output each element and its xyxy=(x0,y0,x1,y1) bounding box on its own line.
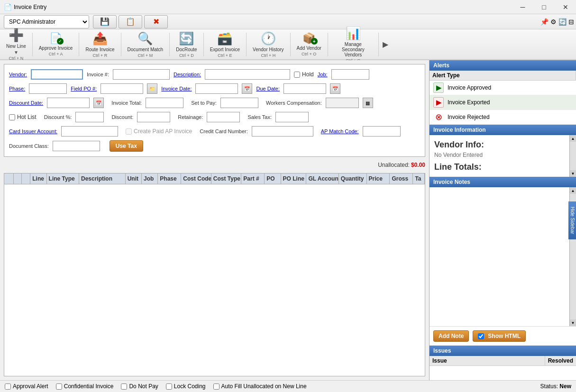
col-checkbox xyxy=(4,173,14,184)
discount-pct-input[interactable]: 0.00 xyxy=(75,112,104,122)
description-label[interactable]: Description: xyxy=(174,72,201,77)
alerts-header: Alerts xyxy=(430,60,576,71)
retainage-label: Retainage: xyxy=(178,114,203,120)
discount-date-label[interactable]: Discount Date: xyxy=(9,100,43,106)
workers-comp-button[interactable]: ▦ xyxy=(363,98,373,108)
discount-date-cal-button[interactable]: 📅 xyxy=(93,98,104,108)
show-html-checkbox[interactable] xyxy=(478,333,484,339)
invoice-number-input[interactable] xyxy=(113,69,170,80)
card-issuer-account-label[interactable]: Card Issuer Account: xyxy=(9,128,57,134)
hotlist-label: Hot List xyxy=(17,114,37,120)
invoice-notes-content: ▲ ▼ xyxy=(430,187,576,326)
confidential-invoice-checkbox[interactable] xyxy=(56,383,62,390)
workers-comp-label: Workers Compensation: xyxy=(266,100,322,106)
create-paid-ap-checkbox[interactable] xyxy=(126,128,132,135)
save-quick-button[interactable]: 💾 xyxy=(93,15,117,28)
no-vendor-text: No Vendor Entered xyxy=(434,152,565,158)
field-po-browse-button[interactable]: 📁 xyxy=(147,83,157,94)
add-note-button[interactable]: Add Note xyxy=(433,330,469,342)
auto-fill-checkbox[interactable] xyxy=(213,383,219,390)
expand-icon[interactable]: ⊟ xyxy=(568,18,574,26)
retainage-input[interactable]: 0.00 xyxy=(207,112,240,122)
add-vendor-button[interactable]: 📦 + Add Vendor Ctrl + O xyxy=(293,30,326,59)
info-scroll-track xyxy=(570,142,576,170)
discount-input[interactable]: 0.00 xyxy=(137,112,170,122)
vendor-label[interactable]: Vendor: xyxy=(9,72,27,77)
hold-checkbox-label: Hold xyxy=(294,71,314,78)
col-tax: Ta xyxy=(413,173,425,184)
approve-invoice-button[interactable]: 📄 ✓ Approve Invoice Ctrl + A xyxy=(35,30,77,59)
new-line-button[interactable]: ➕ New Line ▼ Ctrl + N xyxy=(2,30,30,59)
info-scroll-up[interactable]: ▲ xyxy=(570,135,576,142)
notes-buttons: Add Note Show HTML xyxy=(430,326,576,346)
due-date-cal-button[interactable]: 📅 xyxy=(330,83,340,94)
notes-scroll-down[interactable]: ▼ xyxy=(570,319,576,326)
line-totals-title: Line Totals: xyxy=(434,162,565,172)
col-gl-account: GL Account xyxy=(306,173,338,184)
set-to-pay-input[interactable]: 0.00 xyxy=(220,98,258,108)
docroute-button[interactable]: 🔄 DocRoute Ctrl + D xyxy=(172,30,201,59)
user-dropdown[interactable]: SPC Administrator xyxy=(4,15,89,28)
minimize-button[interactable]: ─ xyxy=(512,0,533,14)
maximize-button[interactable]: □ xyxy=(533,0,555,14)
export-invoice-button[interactable]: 🗃️ Export Invoice Ctrl + E xyxy=(206,30,244,59)
route-invoice-button[interactable]: 📤 Route Invoice Ctrl + R xyxy=(81,30,119,59)
invoice-date-cal-button[interactable]: 📅 xyxy=(242,83,252,94)
due-date-label[interactable]: Due Date: xyxy=(256,86,280,91)
job-input[interactable] xyxy=(331,69,369,80)
vendor-history-button[interactable]: 🕐 Vendor History Ctrl + H xyxy=(248,30,288,59)
invoice-date-label[interactable]: Invoice Date: xyxy=(161,86,192,91)
gear-icon[interactable]: ⚙ xyxy=(550,18,557,26)
use-tax-button[interactable]: Use Tax xyxy=(110,140,143,152)
create-paid-ap-checkbox-label: Create Paid AP Invoice xyxy=(126,128,192,135)
refresh-icon[interactable]: 🔄 xyxy=(558,18,567,26)
workers-comp-input[interactable]: 0.00 xyxy=(326,98,359,108)
ap-match-code-label[interactable]: AP Match Code: xyxy=(321,128,359,134)
due-date-input[interactable] xyxy=(283,83,326,94)
alert-item-exported[interactable]: ▶ Invoice Exported xyxy=(430,95,576,110)
alert-item-rejected[interactable]: ⊗ Invoice Rejected xyxy=(430,110,576,125)
expand-toolbar-button[interactable]: ▶ xyxy=(381,40,390,49)
vendor-input[interactable] xyxy=(31,69,83,80)
form-row-1: Vendor: Invoice #: Description: Hold Job… xyxy=(9,69,420,80)
sales-tax-input[interactable]: 0.00 xyxy=(275,112,309,122)
form-row-5: Card Issuer Account: Create Paid AP Invo… xyxy=(9,126,420,137)
credit-card-number-input[interactable] xyxy=(252,126,313,137)
copy-quick-button[interactable]: 📋 xyxy=(119,15,142,28)
field-po-label[interactable]: Field PO #: xyxy=(71,86,97,91)
document-class-input[interactable] xyxy=(53,141,100,151)
lock-coding-checkbox[interactable] xyxy=(166,383,172,390)
document-match-button[interactable]: 🔍 Document Match Ctrl + M xyxy=(123,30,168,59)
card-issuer-account-input[interactable] xyxy=(61,126,118,137)
hide-sidebar-button[interactable]: Hide Sidebar xyxy=(568,201,576,239)
do-not-pay-checkbox[interactable] xyxy=(121,383,127,390)
hold-checkbox[interactable] xyxy=(294,72,300,78)
alert-column-header: Alert Type xyxy=(430,71,576,81)
manage-secondary-vendors-button[interactable]: 📊 Manage Secondary Vendors Ctrl + G xyxy=(330,30,376,59)
description-input[interactable] xyxy=(205,69,290,80)
notes-scroll-up[interactable]: ▲ xyxy=(570,187,576,194)
alert-item-approved[interactable]: ▶ Invoice Approved xyxy=(430,81,576,95)
field-po-input[interactable] xyxy=(101,83,143,94)
ap-match-code-input[interactable] xyxy=(363,126,401,137)
invoice-notes-header: Invoice Notes xyxy=(430,177,576,187)
form-row-3: Discount Date: 📅 Invoice Total: 0.00 Set… xyxy=(9,98,420,108)
info-scroll-down[interactable]: ▼ xyxy=(570,170,576,177)
delete-quick-button[interactable]: ✖ xyxy=(144,15,168,28)
show-html-button[interactable]: Show HTML xyxy=(473,330,526,342)
form-row-6: Document Class: Use Tax xyxy=(9,140,420,152)
invoice-info-title: Invoice Information xyxy=(433,127,486,133)
approval-alert-checkbox[interactable] xyxy=(5,383,11,390)
hotlist-checkbox[interactable] xyxy=(9,114,15,120)
close-button[interactable]: ✕ xyxy=(555,0,576,14)
col-quantity: Quantity xyxy=(339,173,367,184)
invoice-total-input[interactable]: 0.00 xyxy=(146,98,183,108)
invoice-date-input[interactable] xyxy=(195,83,238,94)
status-value: New xyxy=(559,383,571,390)
right-sidebar: Alerts Alert Type ▶ Invoice Approved ▶ xyxy=(429,60,576,380)
separator-9 xyxy=(378,33,379,56)
phase-input[interactable] xyxy=(29,83,67,94)
phase-label[interactable]: Phase: xyxy=(9,86,25,91)
discount-date-input[interactable] xyxy=(47,98,90,108)
job-label[interactable]: Job: xyxy=(318,72,328,77)
